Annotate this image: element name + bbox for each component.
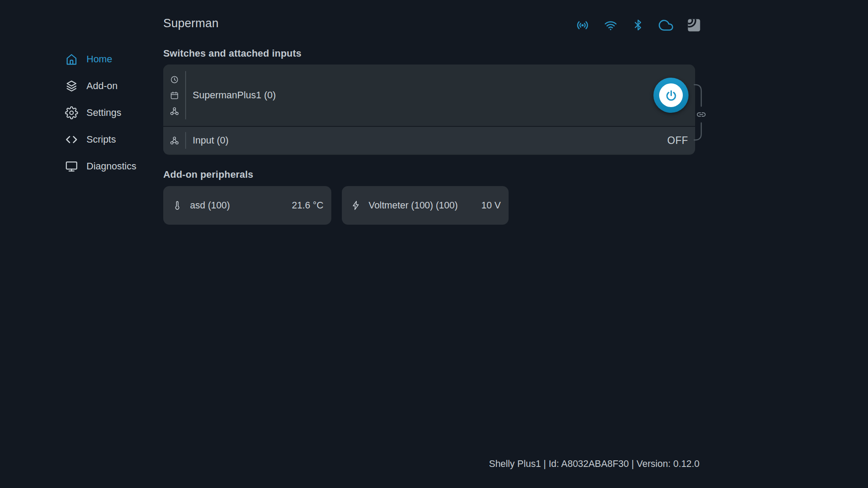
input-row[interactable]: Input (0) OFF (163, 126, 695, 154)
peripheral-card-voltmeter[interactable]: Voltmeter (100) (100) 10 V (342, 186, 509, 225)
power-toggle-button[interactable] (653, 78, 689, 113)
home-icon (65, 53, 78, 66)
sidebar-item-label: Scripts (86, 134, 116, 145)
layers-icon (65, 79, 78, 93)
peripherals-row: asd (100) 21.6 °C Voltmeter (100) (100) … (163, 186, 509, 225)
peripheral-label: Voltmeter (100) (100) (369, 200, 458, 211)
device-info-footer: Shelly Plus1 | Id: A8032ABA8F30 | Versio… (163, 459, 699, 470)
code-icon (65, 133, 78, 146)
link-bracket (693, 79, 713, 149)
sidebar-item-diagnostics[interactable]: Diagnostics (65, 153, 157, 179)
peripherals-section-heading: Add-on peripherals (163, 169, 253, 180)
bolt-icon (351, 200, 361, 211)
switch-feature-icons (163, 75, 185, 116)
sidebar-item-label: Add-on (86, 80, 118, 92)
clock-icon (170, 75, 179, 84)
link-icon (697, 112, 706, 117)
sidebar-item-home[interactable]: Home (65, 46, 157, 72)
power-icon (659, 83, 683, 107)
peripheral-card-temperature[interactable]: asd (100) 21.6 °C (163, 186, 331, 225)
calendar-icon (170, 91, 179, 100)
switches-section-heading: Switches and attached inputs (163, 48, 301, 59)
webhook-icon (170, 107, 179, 116)
peripheral-value: 21.6 °C (292, 200, 323, 211)
peripheral-label: asd (100) (190, 200, 230, 211)
sidebar-item-label: Settings (86, 107, 122, 118)
peripheral-value: 10 V (481, 200, 501, 211)
shelly-device-app: Home Add-on Settings (0, 0, 868, 488)
switch-name: SupermanPlus1 (0) (186, 90, 276, 101)
switch-row-supermanplus1[interactable]: SupermanPlus1 (0) (163, 65, 695, 126)
sidebar-item-addon[interactable]: Add-on (65, 72, 157, 99)
input-state-badge: OFF (667, 135, 689, 147)
sidebar-item-label: Diagnostics (86, 161, 136, 172)
sidebar-item-settings[interactable]: Settings (65, 99, 157, 126)
sidebar-nav: Home Add-on Settings (65, 46, 157, 179)
sidebar-item-scripts[interactable]: Scripts (65, 126, 157, 153)
input-feature-icons (163, 136, 185, 145)
input-name: Input (0) (186, 135, 229, 146)
webhook-icon (170, 136, 179, 145)
switches-card: SupermanPlus1 (0) (163, 65, 695, 155)
sidebar-item-label: Home (86, 54, 112, 65)
gear-icon (65, 106, 78, 119)
thermometer-icon (172, 200, 183, 211)
monitor-icon (65, 160, 78, 173)
main-content: Switches and attached inputs (163, 0, 695, 488)
